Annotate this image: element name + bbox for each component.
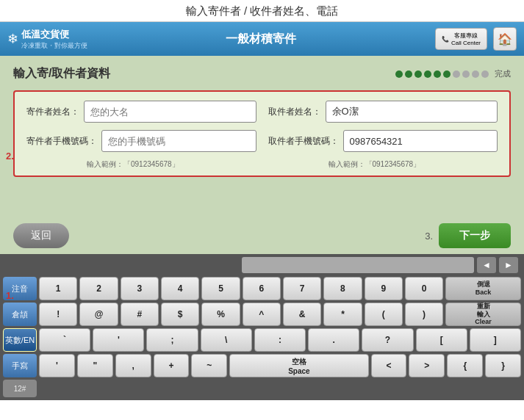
nav-buttons: 返回 3. 下一步: [0, 217, 524, 254]
key-rbrace[interactable]: }: [485, 354, 521, 377]
mode-handwrite[interactable]: 手寫: [3, 354, 37, 377]
key-semicolon[interactable]: ;: [146, 328, 198, 352]
key-plus[interactable]: +: [154, 354, 190, 377]
key-dollar[interactable]: $: [161, 303, 199, 326]
key-lparen[interactable]: (: [365, 303, 403, 326]
key-tilde[interactable]: ~: [191, 354, 227, 377]
progress-dot-7: [453, 70, 460, 78]
sender-name-field: 寄件者姓名：: [26, 101, 256, 123]
keyboard-area: ◄ ► 注音 倉頡 英數/EN 手寫 12# 1 2 3 4 5 6 7 8 9: [0, 254, 524, 400]
snowflake-icon: ❄: [7, 31, 18, 47]
key-4[interactable]: 4: [161, 277, 199, 300]
form-box: 寄件者姓名： 取件者姓名： 寄件者手機號碼： 取件者手機號碼： 輸入範例：「09…: [13, 90, 511, 177]
section-label-1: 1.: [6, 290, 14, 301]
key-7[interactable]: 7: [283, 277, 321, 300]
key-lt[interactable]: <: [371, 354, 407, 377]
kb-nav-right[interactable]: ►: [499, 257, 518, 273]
home-button[interactable]: 🏠: [493, 27, 517, 51]
progress-dot-9: [472, 70, 479, 78]
receiver-name-label: 取件者姓名：: [268, 106, 321, 118]
key-3[interactable]: 3: [121, 277, 159, 300]
sender-phone-label: 寄件者手機號碼：: [26, 135, 97, 148]
key-5[interactable]: 5: [201, 277, 240, 300]
progress-dot-5: [434, 70, 441, 78]
section-header: 輸入寄/取件者資料 完成: [13, 66, 511, 82]
key-2[interactable]: 2: [79, 277, 118, 300]
form-hints: 輸入範例：「0912345678」 輸入範例：「0912345678」: [26, 159, 498, 170]
progress-dots: [395, 70, 489, 78]
key-asterisk[interactable]: *: [323, 303, 362, 326]
key-colon[interactable]: :: [254, 328, 306, 352]
call-center-label2: Call Center: [451, 40, 481, 46]
next-button[interactable]: 下一步: [439, 223, 511, 248]
key-exclaim[interactable]: !: [39, 303, 77, 326]
progress-dot-6: [443, 70, 451, 78]
sender-name-label: 寄件者姓名：: [26, 106, 79, 118]
sender-name-input[interactable]: [84, 101, 256, 123]
key-hash[interactable]: #: [121, 303, 159, 326]
progress-dot-1: [395, 70, 403, 78]
key-gt[interactable]: >: [409, 354, 445, 377]
logo-area: ❄ 低溫交貨便 冷凍重取・對你最方便: [7, 28, 87, 51]
keyboard-main: 注音 倉頡 英數/EN 手寫 12# 1 2 3 4 5 6 7 8 9 0 倒…: [3, 277, 521, 397]
key-dquote[interactable]: ": [77, 354, 113, 377]
form-row-names: 寄件者姓名： 取件者姓名：: [26, 101, 498, 123]
receiver-phone-field: 取件者手機號碼：: [268, 130, 498, 152]
progress-dot-10: [481, 70, 489, 78]
form-row-phones: 寄件者手機號碼： 取件者手機號碼：: [26, 130, 498, 152]
key-caret[interactable]: ^: [243, 303, 281, 326]
kb-row-symbols2: ` ' ; \ : . ? [ ]: [39, 328, 521, 352]
mode-english[interactable]: 英數/EN: [3, 328, 37, 352]
logo-text: 低溫交貨便: [21, 28, 87, 41]
sender-phone-input[interactable]: [101, 130, 256, 152]
key-8[interactable]: 8: [323, 277, 362, 300]
key-clear[interactable]: 重新輸入Clear: [445, 303, 521, 326]
mode-numbers[interactable]: 12#: [3, 380, 37, 397]
key-lbracket[interactable]: [: [416, 328, 467, 352]
receiver-phone-input[interactable]: [343, 130, 498, 152]
key-0[interactable]: 0: [405, 277, 443, 300]
header-section-title: 一般材積寄件: [87, 32, 435, 47]
key-space[interactable]: 空格Space: [229, 354, 368, 377]
receiver-name-field: 取件者姓名：: [268, 101, 498, 123]
key-backslash[interactable]: \: [201, 328, 252, 352]
key-ampersand[interactable]: &: [283, 303, 321, 326]
progress-label: 完成: [495, 68, 511, 79]
section-title: 輸入寄/取件者資料: [13, 66, 110, 82]
key-9[interactable]: 9: [365, 277, 403, 300]
key-quote[interactable]: ': [39, 354, 75, 377]
progress-dot-2: [405, 70, 412, 78]
key-period[interactable]: .: [308, 328, 359, 352]
main-content: 輸入寄/取件者資料 完成 寄件者姓名：: [0, 56, 524, 217]
progress-dot-4: [424, 70, 431, 78]
sender-phone-field: 寄件者手機號碼：: [26, 130, 256, 152]
receiver-name-input[interactable]: [326, 101, 498, 123]
key-rparen[interactable]: ): [405, 303, 443, 326]
back-button[interactable]: 返回: [13, 223, 69, 248]
key-rbracket[interactable]: ]: [470, 328, 521, 352]
key-backtick[interactable]: `: [39, 328, 90, 352]
kb-nav-left[interactable]: ◄: [477, 257, 496, 273]
receiver-phone-label: 取件者手機號碼：: [268, 135, 339, 148]
key-6[interactable]: 6: [243, 277, 281, 300]
progress-bar-area: 完成: [395, 68, 511, 79]
kb-row-symbols1: ! @ # $ % ^ & * ( ) 重新輸入Clear: [39, 303, 521, 326]
key-apostrophe[interactable]: ': [93, 328, 144, 352]
logo-subtitle: 冷凍重取・對你最方便: [21, 41, 87, 51]
key-comma[interactable]: ,: [115, 354, 151, 377]
progress-dot-3: [414, 70, 422, 78]
key-1[interactable]: 1: [39, 277, 77, 300]
key-backspace[interactable]: 倒退Back: [445, 277, 521, 300]
call-center-button[interactable]: 📞 客服專線 Call Center: [435, 28, 487, 50]
key-at[interactable]: @: [79, 303, 118, 326]
mode-cangjie[interactable]: 倉頡: [3, 303, 37, 326]
key-percent[interactable]: %: [201, 303, 240, 326]
header-right: 📞 客服專線 Call Center 🏠: [435, 27, 517, 51]
key-lbrace[interactable]: {: [447, 354, 483, 377]
sender-hint: 輸入範例：「0912345678」: [87, 159, 179, 170]
kb-top-input-display: [242, 257, 475, 273]
key-question[interactable]: ?: [362, 328, 413, 352]
section-label-2: 2.: [6, 151, 14, 162]
kb-row-digits: 1 2 3 4 5 6 7 8 9 0 倒退Back: [39, 277, 521, 300]
kb-row-symbols3: ' " , + ~ 空格Space < > { }: [39, 354, 521, 377]
